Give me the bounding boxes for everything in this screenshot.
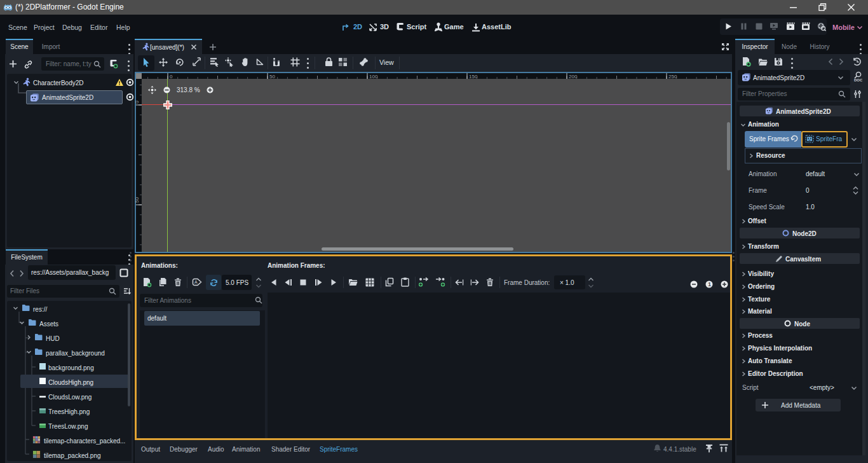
svg-text:1: 1 — [708, 281, 711, 287]
svg-text:DOC: DOC — [854, 78, 862, 82]
svg-text:A: A — [194, 280, 198, 284]
